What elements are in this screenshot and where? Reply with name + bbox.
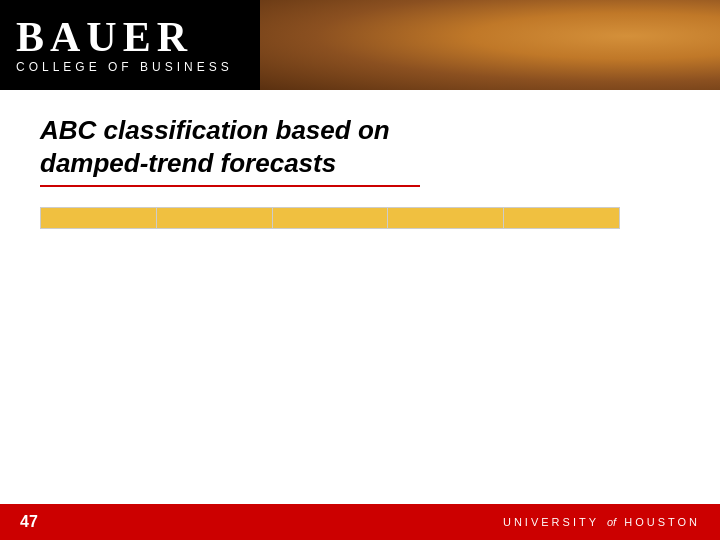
title-underline xyxy=(40,185,420,187)
footer: 47 UNIVERSITY of HOUSTON xyxy=(0,504,720,540)
col-header-system xyxy=(272,208,388,229)
page-number: 47 xyxy=(20,513,38,531)
header: BAUER COLLEGE OF BUSINESS xyxy=(0,0,720,90)
main-content: ABC classification based on damped-trend… xyxy=(0,90,720,249)
header-image xyxy=(260,0,720,90)
bauer-logo: BAUER xyxy=(16,16,260,58)
university-branding: UNIVERSITY of HOUSTON xyxy=(503,516,700,528)
table-header-row xyxy=(41,208,620,229)
header-logo-area: BAUER COLLEGE OF BUSINESS xyxy=(0,0,260,90)
college-subtitle: COLLEGE OF BUSINESS xyxy=(16,60,260,74)
col-header-dollars xyxy=(504,208,620,229)
footer-houston: HOUSTON xyxy=(624,516,700,528)
footer-university: UNIVERSITY xyxy=(503,516,599,528)
slide-title: ABC classification based on damped-trend… xyxy=(40,114,680,179)
tiger-image xyxy=(260,0,720,90)
col-header-items xyxy=(388,208,504,229)
col-header-sales xyxy=(156,208,272,229)
footer-of: of xyxy=(607,516,616,528)
col-header-class xyxy=(41,208,157,229)
classification-table xyxy=(40,207,620,229)
data-table-wrapper xyxy=(40,207,680,229)
